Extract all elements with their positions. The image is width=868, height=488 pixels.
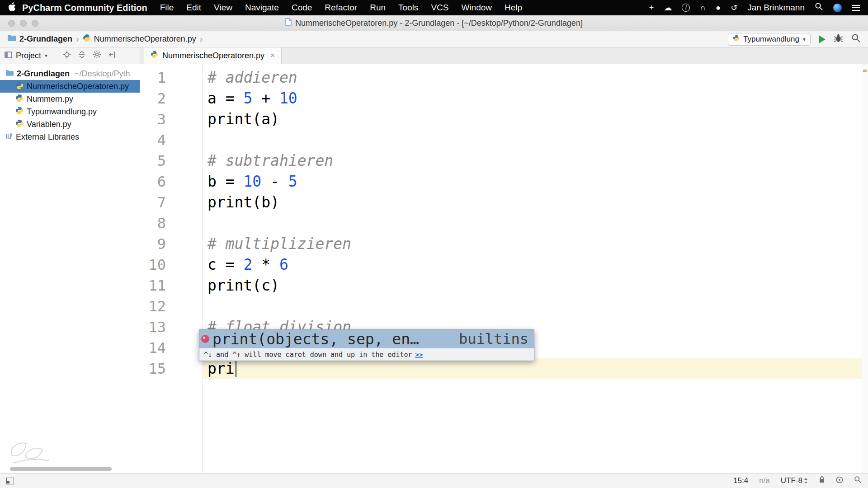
tree-item-typumwandlung-py[interactable]: Typumwandlung.py bbox=[0, 105, 140, 118]
completion-function-icon bbox=[201, 335, 209, 343]
project-panel-title: Project bbox=[16, 51, 41, 61]
search-everywhere-icon[interactable] bbox=[851, 33, 861, 45]
globe-icon[interactable] bbox=[833, 4, 842, 12]
locate-file-icon[interactable] bbox=[63, 51, 71, 61]
horizontal-scrollbar-thumb[interactable] bbox=[10, 467, 112, 471]
editor-line-6[interactable]: 6b = 10 - 5 bbox=[140, 171, 862, 192]
menu-run[interactable]: Run bbox=[370, 3, 386, 13]
breadcrumb-project[interactable]: 2-Grundlagen bbox=[7, 34, 72, 44]
tree-root-2-grundlagen[interactable]: 2-Grundlagen ~/Desktop/Pyth bbox=[0, 67, 140, 80]
editor-tab-nummerischeoperatoren[interactable]: NummerischeOperatoren.py × bbox=[144, 47, 282, 64]
stripe-warning-mark[interactable] bbox=[863, 70, 867, 72]
status-dot-icon[interactable]: ● bbox=[716, 4, 721, 12]
line-number: 15 bbox=[140, 358, 202, 379]
menubar-username[interactable]: Jan Brinkmann bbox=[747, 3, 805, 13]
breadcrumb-file[interactable]: NummerischeOperatoren.py bbox=[83, 34, 196, 44]
updown-arrows-icon bbox=[804, 478, 808, 484]
run-configuration-select[interactable]: Typumwandlung ▾ bbox=[728, 33, 811, 46]
spotlight-search-icon[interactable] bbox=[815, 2, 823, 13]
tree-item-external-libraries[interactable]: External Libraries bbox=[0, 131, 140, 143]
editor-line-12[interactable]: 12 bbox=[140, 296, 862, 317]
menu-edit[interactable]: Edit bbox=[186, 3, 201, 13]
caret-position[interactable]: 15:4 bbox=[733, 476, 748, 485]
collapse-all-icon[interactable] bbox=[78, 51, 86, 61]
line-number: 8 bbox=[140, 213, 202, 234]
tool-window-toggle-icon[interactable] bbox=[6, 478, 14, 484]
editor-line-7[interactable]: 7print(b) bbox=[140, 192, 862, 213]
window-close-button[interactable] bbox=[8, 20, 15, 27]
creative-cloud-icon[interactable]: ☁ bbox=[664, 4, 672, 12]
editor-line-15[interactable]: 15pri bbox=[140, 358, 862, 379]
settings-gear-icon[interactable] bbox=[93, 50, 101, 61]
window-minimize-button[interactable] bbox=[20, 20, 27, 27]
code-text: a = 5 + 10 bbox=[202, 88, 862, 109]
tree-item-nummern-py[interactable]: Nummern.py bbox=[0, 93, 140, 105]
python-file-icon bbox=[83, 34, 91, 44]
readonly-lock-icon[interactable] bbox=[819, 476, 825, 486]
menu-view[interactable]: View bbox=[214, 3, 232, 13]
menu-navigate[interactable]: Navigate bbox=[245, 3, 279, 13]
tree-item-variablen-py[interactable]: Variablen.py bbox=[0, 118, 140, 131]
notification-center-icon[interactable] bbox=[852, 5, 860, 11]
tree-item-label: NummerischeOperatoren.py bbox=[27, 82, 129, 91]
code-text: print(b) bbox=[202, 192, 862, 213]
editor-line-11[interactable]: 11print(c) bbox=[140, 275, 862, 296]
code-text bbox=[202, 130, 862, 150]
editor-line-2[interactable]: 2a = 5 + 10 bbox=[140, 88, 862, 109]
menu-help[interactable]: Help bbox=[505, 3, 522, 13]
line-number: 3 bbox=[140, 109, 202, 130]
menu-refactor[interactable]: Refactor bbox=[325, 3, 357, 13]
window-title-bar: NummerischeOperatoren.py - 2-Grundlagen … bbox=[0, 15, 868, 31]
code-editor[interactable]: 1# addieren2a = 5 + 103print(a)45# subtr… bbox=[140, 64, 868, 473]
editor-line-5[interactable]: 5# subtrahieren bbox=[140, 150, 862, 171]
apple-icon[interactable] bbox=[8, 2, 16, 14]
memory-indicator[interactable]: n/a bbox=[759, 476, 770, 485]
headset-icon[interactable]: ∩ bbox=[700, 4, 706, 12]
folder-icon bbox=[7, 34, 16, 44]
tree-item-label: Typumwandlung.py bbox=[27, 107, 97, 117]
code-text: b = 10 - 5 bbox=[202, 171, 862, 192]
editor-line-10[interactable]: 10c = 2 * 6 bbox=[140, 254, 862, 275]
menu-window[interactable]: Window bbox=[461, 3, 492, 13]
code-text: # subtrahieren bbox=[202, 150, 862, 171]
menu-vcs[interactable]: VCS bbox=[431, 3, 448, 13]
folder-icon bbox=[5, 69, 14, 79]
active-app-name[interactable]: PyCharm Community Edition bbox=[22, 3, 147, 13]
menu-code[interactable]: Code bbox=[292, 3, 312, 13]
line-number: 9 bbox=[140, 234, 202, 254]
search-icon[interactable] bbox=[854, 476, 862, 486]
file-encoding[interactable]: UTF-8 bbox=[781, 476, 808, 485]
code-text: print(c) bbox=[202, 275, 862, 296]
menu-file[interactable]: File bbox=[160, 3, 174, 13]
line-number: 4 bbox=[140, 130, 202, 150]
info-icon[interactable]: i bbox=[682, 4, 690, 12]
completion-hint-text: ^↓ and ^↑ will move caret down and up in… bbox=[204, 351, 412, 359]
tab-close-icon[interactable]: × bbox=[270, 51, 275, 60]
editor-line-9[interactable]: 9# multiplizieren bbox=[140, 234, 862, 254]
code-text: # addieren bbox=[202, 67, 862, 88]
completion-hint-link[interactable]: >> bbox=[415, 351, 423, 358]
editor-line-3[interactable]: 3print(a) bbox=[140, 109, 862, 130]
breadcrumb-separator: › bbox=[76, 34, 79, 44]
run-button[interactable] bbox=[819, 35, 826, 43]
editor-line-1[interactable]: 1# addieren bbox=[140, 67, 862, 88]
hide-panel-icon[interactable] bbox=[108, 51, 116, 61]
plus-icon[interactable]: + bbox=[649, 4, 654, 12]
window-zoom-button[interactable] bbox=[32, 20, 38, 27]
editor-line-8[interactable]: 8 bbox=[140, 213, 862, 234]
tree-item-label: Variablen.py bbox=[27, 120, 71, 129]
inspections-hector-icon[interactable] bbox=[836, 476, 843, 486]
project-panel-header[interactable]: Project ▾ bbox=[0, 47, 140, 64]
tool-window-header-row: Project ▾ NummerischeOperatoren.py × bbox=[0, 47, 868, 64]
window-title: NummerischeOperatoren.py - 2-Grundlagen … bbox=[295, 19, 583, 28]
line-number: 12 bbox=[140, 296, 202, 317]
time-machine-icon[interactable]: ↺ bbox=[731, 4, 737, 12]
debug-button[interactable] bbox=[834, 33, 843, 45]
menu-tools[interactable]: Tools bbox=[398, 3, 418, 13]
editor-line-4[interactable]: 4 bbox=[140, 130, 862, 150]
error-stripe[interactable] bbox=[862, 64, 868, 473]
editor-tab-strip: NummerischeOperatoren.py × bbox=[140, 47, 868, 64]
completion-item-print[interactable]: print(objects, sep, en… builtins bbox=[199, 330, 534, 348]
code-text: print(a) bbox=[202, 109, 862, 130]
tree-item-nummerischeoperatoren-py[interactable]: NummerischeOperatoren.py bbox=[0, 80, 140, 93]
